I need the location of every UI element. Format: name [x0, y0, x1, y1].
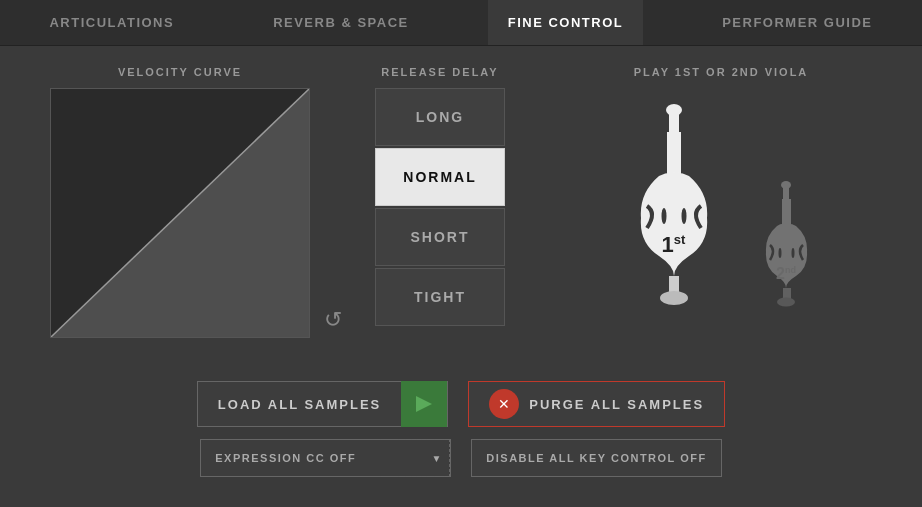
svg-marker-16	[416, 396, 432, 412]
svg-rect-10	[783, 188, 789, 200]
velocity-wrapper: ↺	[50, 88, 310, 338]
purge-button-label: PURGE ALL SAMPLES	[529, 397, 704, 412]
load-all-button[interactable]: LOAD ALL SAMPLES	[197, 381, 448, 427]
viola-first-container[interactable]: 1st	[629, 98, 719, 318]
svg-rect-14	[783, 288, 791, 299]
top-navigation: ARTICULATIONS REVERB & SPACE FINE CONTRO…	[0, 0, 922, 46]
expression-cc-button[interactable]: EXPRESSION CC OFF ▼	[200, 439, 451, 477]
primary-buttons-row: LOAD ALL SAMPLES ✕ PURGE ALL SAMPLES	[197, 381, 725, 427]
disable-button-label: DISABLE ALL KEY CONTROL OFF	[486, 452, 706, 464]
load-arrow-icon	[401, 381, 447, 427]
viola-label: PLAY 1st OR 2nd VIOLA	[634, 66, 809, 78]
svg-point-5	[661, 208, 666, 224]
svg-rect-3	[669, 114, 679, 134]
nav-articulations[interactable]: ARTICULATIONS	[29, 0, 194, 45]
expression-label: EXPRESSION CC OFF	[201, 452, 370, 464]
viola-first[interactable]: 1st	[629, 98, 719, 318]
svg-rect-11	[782, 199, 791, 227]
nav-fine-control[interactable]: FINE CONTROL	[488, 0, 644, 45]
delay-long[interactable]: LONG	[375, 88, 505, 146]
viola-second[interactable]: 2nd	[759, 178, 814, 318]
arrow-right-icon	[412, 392, 436, 416]
svg-point-15	[777, 298, 795, 307]
svg-rect-4	[667, 132, 681, 177]
viola-second-container[interactable]: 2nd	[759, 178, 814, 318]
viola-instruments: 1st	[629, 98, 814, 318]
delay-buttons: LONG NORMAL SHORT TIGHT	[375, 88, 505, 326]
svg-point-12	[778, 248, 781, 258]
nav-performer[interactable]: PERFORMER GUIDE	[702, 0, 892, 45]
svg-point-6	[681, 208, 686, 224]
disable-key-control-button[interactable]: DISABLE ALL KEY CONTROL OFF	[471, 439, 721, 477]
svg-point-13	[791, 248, 794, 258]
reset-button[interactable]: ↺	[324, 307, 342, 333]
viola-second-svg	[759, 178, 814, 318]
velocity-canvas[interactable]	[50, 88, 310, 338]
secondary-buttons-row: EXPRESSION CC OFF ▼ DISABLE ALL KEY CONT…	[200, 439, 721, 477]
velocity-curve-svg	[51, 89, 309, 337]
load-button-label: LOAD ALL SAMPLES	[198, 397, 401, 412]
svg-point-9	[781, 181, 791, 189]
viola-first-svg	[629, 98, 719, 318]
main-content: VELOCITY CURVE ↺ RELEASE DELAY LONG NORM…	[0, 46, 922, 507]
purge-icon: ✕	[489, 389, 519, 419]
bottom-buttons: LOAD ALL SAMPLES ✕ PURGE ALL SAMPLES EXP…	[0, 381, 922, 477]
delay-normal[interactable]: NORMAL	[375, 148, 505, 206]
nav-reverb[interactable]: REVERB & SPACE	[253, 0, 429, 45]
delay-tight[interactable]: TIGHT	[375, 268, 505, 326]
delay-short[interactable]: SHORT	[375, 208, 505, 266]
velocity-label: VELOCITY CURVE	[118, 66, 242, 78]
expression-dropdown[interactable]: ▼	[370, 439, 450, 477]
dropdown-arrow-icon: ▼	[431, 453, 441, 464]
svg-point-8	[660, 291, 688, 305]
release-label: RELEASE DELAY	[381, 66, 498, 78]
purge-all-button[interactable]: ✕ PURGE ALL SAMPLES	[468, 381, 725, 427]
